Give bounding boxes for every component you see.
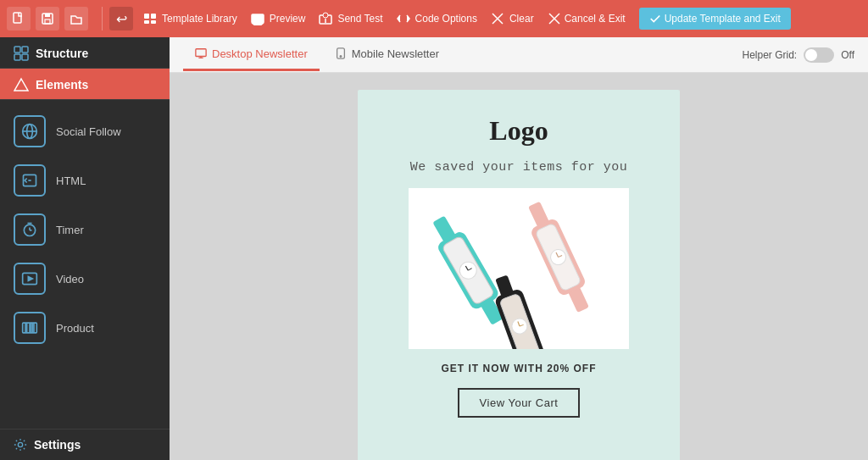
svg-rect-17	[14, 54, 20, 60]
settings-label: Settings	[34, 438, 81, 452]
template-library-button[interactable]: Template Library	[143, 12, 237, 25]
tab-mobile-newsletter[interactable]: Mobile Newsletter	[323, 39, 451, 71]
helper-grid-state: Off	[841, 49, 854, 61]
svg-marker-19	[14, 79, 28, 91]
html-icon-box	[14, 164, 46, 197]
left-sidebar: Structure Elements Social Follow	[0, 37, 170, 460]
svg-rect-16	[22, 47, 28, 53]
new-file-icon[interactable]	[7, 7, 31, 30]
email-product-image	[409, 188, 629, 349]
timer-icon-box	[14, 213, 46, 246]
sidebar-elements-section[interactable]: Elements	[0, 69, 170, 100]
svg-marker-30	[28, 277, 32, 281]
tab-desktop-newsletter[interactable]: Desktop Newsletter	[183, 39, 320, 71]
svg-rect-7	[151, 20, 156, 24]
svg-rect-39	[196, 49, 206, 57]
update-template-label: Update Template and Exit	[665, 13, 781, 25]
undo-button[interactable]: ↩	[109, 7, 133, 30]
canvas-area: Logo We saved your items for you	[170, 73, 868, 460]
watches-svg	[409, 188, 629, 349]
video-label: Video	[56, 273, 84, 285]
file-icons-group	[7, 7, 88, 30]
sidebar-item-timer[interactable]: Timer	[0, 205, 170, 254]
clear-button[interactable]: Clear	[491, 12, 534, 25]
video-icon-box	[14, 263, 46, 295]
svg-rect-15	[14, 47, 20, 53]
email-subtitle: We saved your items for you	[410, 160, 628, 175]
svg-rect-2	[45, 14, 50, 17]
main-layout: Structure Elements Social Follow	[0, 37, 868, 460]
toolbar-actions: Template Library Preview Send Test Code …	[143, 8, 861, 30]
helper-grid-control: Helper Grid: Off	[743, 47, 854, 63]
open-icon[interactable]	[64, 7, 88, 30]
cancel-exit-label: Cancel & Exit	[565, 13, 626, 25]
code-options-label: Code Options	[415, 13, 477, 25]
save-icon[interactable]	[36, 7, 59, 30]
sub-toolbar: Desktop Newsletter Mobile Newsletter Hel…	[170, 37, 868, 73]
email-cta-text: GET IT NOW WITH 20% OFF	[442, 363, 597, 374]
html-label: HTML	[56, 175, 86, 187]
preview-button[interactable]: Preview	[251, 12, 306, 25]
svg-point-43	[340, 56, 342, 58]
sidebar-settings-section[interactable]: Settings	[0, 429, 170, 460]
svg-point-38	[18, 442, 22, 446]
sidebar-item-social-follow[interactable]: Social Follow	[0, 107, 170, 156]
view-cart-button[interactable]: View Your Cart	[458, 388, 581, 418]
cancel-exit-button[interactable]: Cancel & Exit	[548, 12, 626, 25]
code-options-button[interactable]: Code Options	[397, 12, 477, 25]
product-label: Product	[56, 322, 94, 335]
sidebar-item-html[interactable]: HTML	[0, 156, 170, 205]
tabs-group: Desktop Newsletter Mobile Newsletter	[183, 39, 451, 71]
timer-label: Timer	[56, 224, 84, 236]
svg-rect-6	[144, 20, 149, 24]
social-follow-icon-box	[14, 115, 46, 147]
svg-rect-8	[252, 14, 264, 23]
sidebar-items-list: Social Follow HTML	[0, 100, 170, 429]
send-test-label: Send Test	[337, 13, 382, 25]
svg-rect-4	[144, 14, 149, 19]
svg-rect-18	[22, 54, 28, 60]
structure-label: Structure	[36, 47, 88, 60]
helper-grid-label: Helper Grid:	[743, 49, 798, 61]
tab-mobile-label: Mobile Newsletter	[352, 47, 439, 60]
svg-point-10	[323, 13, 328, 18]
social-follow-label: Social Follow	[56, 125, 121, 138]
product-icon-box	[14, 312, 46, 344]
template-library-label: Template Library	[162, 13, 237, 25]
tab-desktop-label: Desktop Newsletter	[212, 47, 308, 60]
email-logo: Logo	[489, 115, 548, 147]
send-test-button[interactable]: Send Test	[319, 12, 382, 25]
sidebar-item-video[interactable]: Video	[0, 254, 170, 303]
toolbar-sep-1	[102, 7, 103, 30]
toggle-knob	[805, 49, 817, 61]
helper-grid-toggle[interactable]	[804, 47, 834, 63]
email-preview: Logo We saved your items for you	[358, 90, 680, 460]
svg-rect-5	[151, 14, 156, 19]
sidebar-item-product[interactable]: Product	[0, 303, 170, 352]
svg-rect-0	[14, 13, 21, 23]
sidebar-structure-section[interactable]: Structure	[0, 37, 170, 69]
clear-label: Clear	[509, 13, 534, 25]
preview-label: Preview	[270, 13, 306, 25]
update-template-button[interactable]: Update Template and Exit	[639, 8, 791, 30]
top-toolbar: ↩ Template Library Preview Send Test Cod…	[0, 0, 868, 37]
content-area: Desktop Newsletter Mobile Newsletter Hel…	[170, 37, 868, 460]
elements-label: Elements	[36, 78, 88, 91]
